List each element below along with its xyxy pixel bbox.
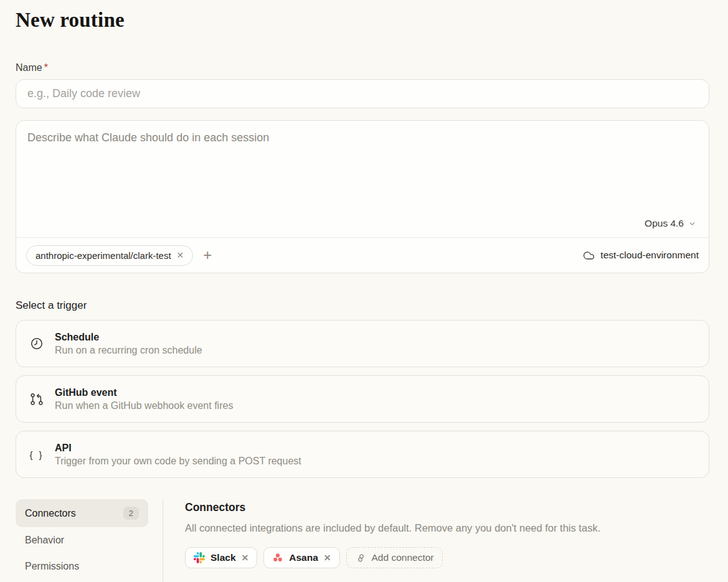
nav-item-label: Permissions xyxy=(25,561,79,572)
nav-item-behavior[interactable]: Behavior xyxy=(16,527,148,553)
settings-nav: Connectors 2 Behavior Permissions xyxy=(16,499,148,582)
environment-selector[interactable]: test-cloud-environment xyxy=(583,250,699,261)
trigger-description: Run when a GitHub webhook event fires xyxy=(55,400,233,411)
connector-chips-row: Slack ✕ Asana ✕ xyxy=(185,547,709,568)
connector-name: Slack xyxy=(210,552,236,563)
nav-item-connectors[interactable]: Connectors 2 xyxy=(16,499,148,527)
trigger-option-api[interactable]: { } API Trigger from your own code by se… xyxy=(16,431,709,478)
connector-chip-asana: Asana ✕ xyxy=(263,547,339,568)
name-label: Name* xyxy=(16,62,709,73)
remove-asana-icon[interactable]: ✕ xyxy=(324,553,331,562)
add-connector-label: Add connector xyxy=(372,552,434,563)
settings-section: Connectors 2 Behavior Permissions Connec… xyxy=(16,499,709,582)
prompt-textarea[interactable] xyxy=(16,121,709,208)
trigger-title: GitHub event xyxy=(55,387,233,398)
trigger-description: Run on a recurring cron schedule xyxy=(55,345,202,356)
environment-label: test-cloud-environment xyxy=(600,250,699,261)
repo-chip: anthropic-experimental/clark-test ✕ xyxy=(26,245,193,266)
connector-chip-slack: Slack ✕ xyxy=(185,547,257,568)
nav-item-permissions[interactable]: Permissions xyxy=(16,553,148,580)
prompt-composer: Opus 4.6 anthropic-experimental/clark-te… xyxy=(16,120,709,273)
new-routine-form: New routine Name* Opus 4.6 anthropic-exp… xyxy=(0,9,728,582)
prompt-area: Opus 4.6 xyxy=(16,121,709,237)
trigger-text: API Trigger from your own code by sendin… xyxy=(55,443,301,467)
braces-icon: { } xyxy=(29,449,44,460)
chevron-down-icon xyxy=(688,220,696,228)
composer-footer: anthropic-experimental/clark-test ✕ + te… xyxy=(16,237,709,273)
add-connector-button[interactable]: Add connector xyxy=(346,547,443,568)
routine-name-input[interactable] xyxy=(16,79,709,108)
clock-icon xyxy=(29,337,44,350)
nav-item-label: Connectors xyxy=(25,508,76,519)
remove-slack-icon[interactable]: ✕ xyxy=(242,553,249,562)
connectors-count-badge: 2 xyxy=(123,507,139,520)
trigger-heading: Select a trigger xyxy=(16,299,709,312)
page-title: New routine xyxy=(16,9,709,32)
trigger-option-schedule[interactable]: Schedule Run on a recurring cron schedul… xyxy=(16,320,709,367)
model-label: Opus 4.6 xyxy=(645,218,684,229)
asana-icon xyxy=(272,552,283,563)
slack-icon xyxy=(194,552,205,563)
panel-heading: Connectors xyxy=(185,501,709,514)
trigger-text: GitHub event Run when a GitHub webhook e… xyxy=(55,387,233,411)
remove-repo-icon[interactable]: ✕ xyxy=(177,251,184,260)
git-pull-request-icon xyxy=(29,392,44,406)
repo-chip-label: anthropic-experimental/clark-test xyxy=(35,250,171,261)
trigger-title: API xyxy=(55,443,301,454)
trigger-option-github-event[interactable]: GitHub event Run when a GitHub webhook e… xyxy=(16,375,709,423)
trigger-title: Schedule xyxy=(55,332,202,343)
link-icon xyxy=(356,553,366,563)
vertical-divider xyxy=(163,499,163,582)
connector-name: Asana xyxy=(289,552,318,563)
trigger-description: Trigger from your own code by sending a … xyxy=(55,456,301,467)
cloud-icon xyxy=(583,250,595,261)
trigger-text: Schedule Run on a recurring cron schedul… xyxy=(55,332,202,356)
model-selector[interactable]: Opus 4.6 xyxy=(645,218,696,229)
add-repo-button[interactable]: + xyxy=(201,248,214,263)
panel-description: All connected integrations are included … xyxy=(185,522,709,534)
nav-item-label: Behavior xyxy=(25,535,64,546)
required-asterisk: * xyxy=(44,62,48,73)
connectors-panel: Connectors All connected integrations ar… xyxy=(185,499,709,582)
